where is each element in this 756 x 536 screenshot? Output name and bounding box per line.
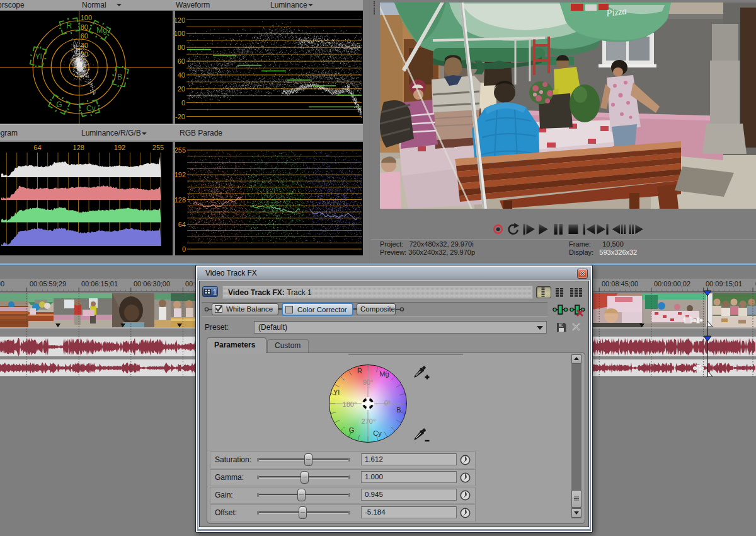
svg-text:80: 80: [178, 44, 185, 51]
svg-text:20: 20: [178, 85, 185, 93]
svg-text:120: 120: [175, 16, 185, 24]
svg-text:80: 80: [81, 23, 88, 31]
svg-text:-20: -20: [175, 113, 185, 120]
svg-text:Mg: Mg: [379, 370, 389, 378]
svg-text:R: R: [357, 367, 362, 375]
svg-text:0: 0: [181, 99, 185, 107]
svg-text:40: 40: [178, 71, 185, 79]
svg-text:90°: 90°: [363, 378, 374, 386]
svg-text:0: 0: [182, 245, 186, 253]
svg-text:255: 255: [152, 144, 164, 151]
svg-text:60: 60: [81, 32, 88, 40]
svg-text:Yl: Yl: [35, 52, 42, 61]
svg-text:60: 60: [178, 57, 185, 65]
svg-text:Mg: Mg: [96, 26, 107, 35]
svg-text:Cy: Cy: [86, 104, 96, 113]
svg-text:B: B: [396, 406, 401, 414]
svg-text:128: 128: [73, 144, 84, 151]
svg-text:64: 64: [33, 144, 41, 151]
svg-text:G: G: [349, 426, 355, 434]
svg-text:B: B: [117, 73, 122, 81]
svg-text:R: R: [67, 21, 72, 30]
svg-text:Yl: Yl: [333, 388, 340, 396]
svg-text:100: 100: [175, 30, 185, 37]
svg-text:180°: 180°: [343, 400, 357, 408]
svg-text:100: 100: [81, 14, 92, 21]
svg-text:128: 128: [175, 196, 186, 204]
svg-text:270°: 270°: [362, 417, 376, 425]
svg-text:0°: 0°: [384, 399, 391, 407]
svg-text:64: 64: [178, 221, 186, 228]
svg-text:Cy: Cy: [373, 429, 382, 437]
svg-text:255: 255: [175, 146, 186, 154]
svg-text:G: G: [56, 100, 62, 109]
svg-text:192: 192: [114, 144, 125, 151]
svg-text:1: 1: [213, 288, 217, 296]
svg-text:192: 192: [175, 171, 186, 178]
